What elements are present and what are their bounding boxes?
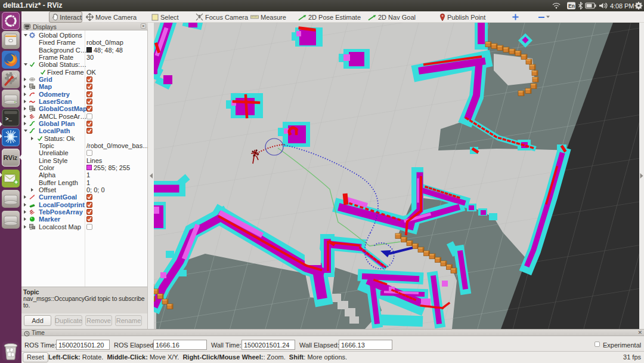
svg-text:RViz: RViz xyxy=(4,154,18,161)
svg-text:En: En xyxy=(568,3,575,9)
svg-text:4:08 PM: 4:08 PM xyxy=(610,2,634,10)
svg-text:>_: >_ xyxy=(5,116,12,122)
